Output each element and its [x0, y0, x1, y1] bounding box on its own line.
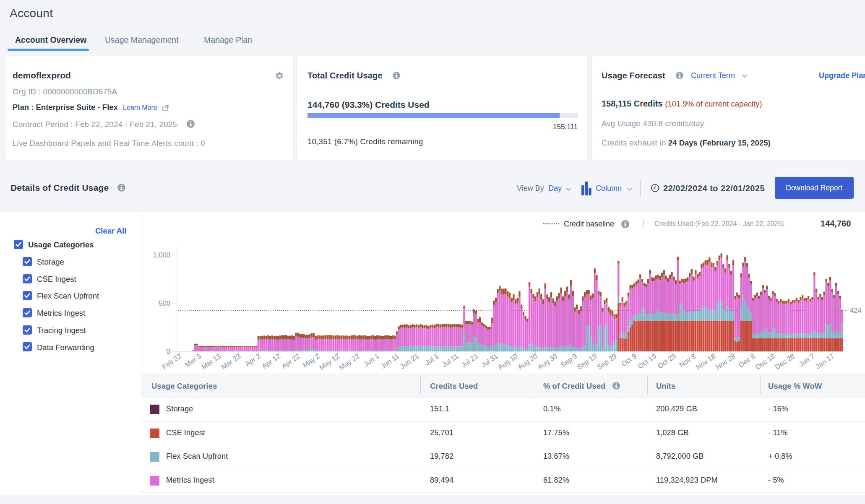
- svg-text:Mar 3: Mar 3: [183, 352, 202, 369]
- svg-text:Aug 10: Aug 10: [497, 352, 519, 371]
- svg-text:Oct 29: Oct 29: [656, 352, 677, 370]
- svg-text:Jun 11: Jun 11: [379, 352, 400, 370]
- svg-text:May 22: May 22: [338, 352, 361, 372]
- svg-text:Sep 19: Sep 19: [576, 352, 598, 371]
- svg-text:Jun 1: Jun 1: [362, 352, 380, 368]
- svg-text:May 12: May 12: [318, 352, 341, 372]
- svg-text:0: 0: [167, 348, 170, 355]
- svg-text:Oct 9: Oct 9: [620, 352, 638, 368]
- svg-text:Dec 18: Dec 18: [754, 352, 776, 371]
- svg-text:Aug 20: Aug 20: [516, 352, 539, 371]
- svg-text:Nov 28: Nov 28: [714, 352, 737, 371]
- svg-text:424: 424: [850, 307, 862, 314]
- svg-text:Apr 22: Apr 22: [280, 352, 301, 370]
- svg-text:Apr 12: Apr 12: [261, 352, 281, 370]
- svg-text:Feb 22: Feb 22: [161, 352, 182, 371]
- svg-text:May 2: May 2: [301, 352, 321, 369]
- svg-text:Jul 31: Jul 31: [479, 352, 499, 369]
- svg-text:Aug 30: Aug 30: [536, 352, 558, 371]
- svg-text:Dec 28: Dec 28: [774, 352, 796, 371]
- svg-text:Jan 7: Jan 7: [797, 352, 815, 368]
- svg-text:Mar 13: Mar 13: [200, 352, 222, 371]
- svg-text:Dec 8: Dec 8: [737, 352, 756, 369]
- svg-text:1,000: 1,000: [153, 251, 170, 259]
- svg-text:Sep 9: Sep 9: [559, 352, 578, 369]
- svg-text:Nov 18: Nov 18: [694, 352, 716, 371]
- svg-text:Jan 17: Jan 17: [814, 352, 836, 370]
- svg-text:Sep 29: Sep 29: [596, 352, 618, 371]
- svg-text:Apr 2: Apr 2: [244, 352, 262, 368]
- svg-text:Jun 21: Jun 21: [399, 352, 420, 370]
- svg-text:Nov 8: Nov 8: [678, 352, 697, 369]
- svg-text:500: 500: [159, 299, 170, 307]
- svg-text:Oct 19: Oct 19: [636, 352, 657, 370]
- svg-text:Mar 23: Mar 23: [220, 352, 242, 371]
- svg-text:Jul 1: Jul 1: [423, 352, 440, 367]
- svg-text:Jul 11: Jul 11: [440, 352, 459, 369]
- svg-text:Jul 21: Jul 21: [460, 352, 479, 369]
